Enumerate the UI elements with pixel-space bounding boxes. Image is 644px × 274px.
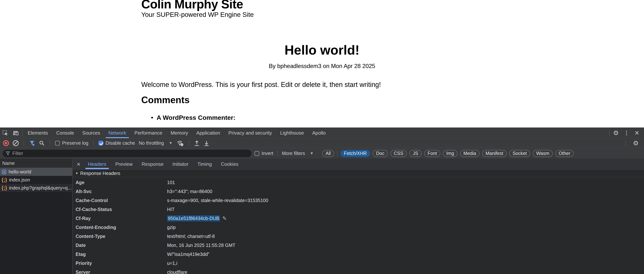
request-row-index-json[interactable]: {;} index.json: [0, 176, 72, 184]
chip-media[interactable]: Media: [460, 150, 480, 157]
chevron-down-icon: ▼: [310, 151, 314, 156]
divider: [22, 130, 22, 136]
request-name: index.json: [9, 177, 30, 183]
header-value: Mon, 16 Jun 2025 11:55:28 GMT: [167, 243, 235, 248]
request-type-chips: All Fetch/XHR Doc CSS JS Font Img Media …: [322, 150, 574, 157]
header-row: Content-Encoding gzip: [72, 223, 644, 232]
record-network-log-button[interactable]: [3, 140, 9, 146]
request-name: index.php?graphql&query=q...: [9, 185, 72, 191]
invert-filter-control[interactable]: Invert: [254, 151, 273, 156]
post-body: Welcome to WordPress. This is your first…: [141, 81, 381, 89]
chip-font[interactable]: Font: [424, 150, 440, 157]
detail-tab-preview[interactable]: Preview: [111, 159, 137, 170]
preserve-log-control[interactable]: Preserve log: [55, 140, 88, 146]
throttling-dropdown[interactable]: No throttling ▼: [139, 140, 172, 146]
comments-heading: Comments: [141, 95, 190, 105]
filter-input-container[interactable]: [2, 150, 252, 157]
chip-doc[interactable]: Doc: [373, 150, 388, 157]
chip-fetch-xhr[interactable]: Fetch/XHR: [340, 150, 370, 157]
detail-tab-initiator[interactable]: Initiator: [168, 159, 193, 170]
detail-tab-headers[interactable]: Headers: [84, 159, 111, 170]
header-key: Priority: [72, 261, 167, 266]
invert-label: Invert: [262, 151, 273, 156]
disable-cache-control[interactable]: Disable cache: [98, 140, 135, 146]
header-value: h3=":443"; ma=86400: [167, 189, 212, 194]
header-row: Content-Type text/html; charset=utf-8: [72, 232, 644, 241]
chip-socket[interactable]: Socket: [509, 150, 530, 157]
disclosure-triangle-icon: ▼: [75, 172, 78, 175]
header-value: W/"isa1mq419e3dd": [167, 252, 209, 257]
devtools-panel: Elements Console Sources Network Perform…: [0, 127, 644, 274]
chip-all[interactable]: All: [322, 150, 334, 157]
json-icon: {;}: [2, 185, 7, 191]
chip-css[interactable]: CSS: [390, 150, 407, 157]
header-key: Content-Encoding: [72, 225, 167, 230]
tab-privacy-security[interactable]: Privacy and security: [224, 128, 276, 138]
invert-checkbox[interactable]: [254, 151, 259, 156]
header-key: Age: [72, 180, 167, 185]
filter-input[interactable]: [12, 150, 248, 156]
chip-img[interactable]: Img: [443, 150, 458, 157]
tab-lighthouse[interactable]: Lighthouse: [276, 128, 308, 138]
json-icon: {;}: [2, 177, 7, 183]
detail-tab-response[interactable]: Response: [137, 159, 168, 170]
webpage-viewport: Colin Murphy Site Your SUPER-powered WP …: [0, 0, 644, 127]
divider: [50, 140, 50, 146]
request-row-index-php-graphql[interactable]: {;} index.php?graphql&query=q...: [0, 184, 72, 192]
import-har-button[interactable]: [194, 140, 200, 146]
response-headers-section-toggle[interactable]: ▼ Response Headers: [72, 170, 644, 177]
tab-console[interactable]: Console: [52, 128, 78, 138]
tab-application[interactable]: Application: [192, 128, 224, 138]
post-title: Hello world!: [141, 43, 503, 57]
detail-tab-cookies[interactable]: Cookies: [216, 159, 243, 170]
header-value: HIT: [167, 207, 174, 212]
chevron-down-icon: ▼: [169, 141, 172, 145]
detail-tab-timing[interactable]: Timing: [193, 159, 216, 170]
chip-other[interactable]: Other: [555, 150, 574, 157]
more-filters-dropdown[interactable]: More filters ▼: [282, 151, 314, 156]
request-row-hello-world[interactable]: hello-world: [0, 168, 72, 176]
divider: [24, 140, 24, 146]
export-har-button[interactable]: [204, 140, 210, 146]
close-devtools-button[interactable]: ×: [632, 128, 642, 138]
throttling-value: No throttling: [139, 140, 164, 146]
network-conditions-button[interactable]: [176, 140, 184, 147]
header-row: Cache-Control s-maxage=900, stale-while-…: [72, 196, 644, 205]
detail-tabbar: × Headers Preview Response Initiator Tim…: [72, 159, 644, 170]
chip-js[interactable]: JS: [410, 150, 422, 157]
clear-network-log-button[interactable]: [13, 140, 19, 146]
device-toolbar-button[interactable]: [10, 128, 21, 138]
tab-sources[interactable]: Sources: [78, 128, 104, 138]
tab-apollo[interactable]: Apollo: [308, 128, 330, 138]
name-column-header[interactable]: Name: [0, 159, 72, 168]
section-title: Response Headers: [80, 171, 120, 176]
network-settings-button[interactable]: ⚙: [630, 139, 641, 147]
preserve-log-checkbox[interactable]: [55, 141, 60, 146]
header-value-selected[interactable]: 950a1e51f86434cb-DUB: [167, 215, 220, 222]
edit-pencil-icon[interactable]: ✎: [222, 215, 226, 222]
divider: [93, 140, 94, 146]
settings-button[interactable]: ⚙: [611, 128, 621, 138]
site-title: Colin Murphy Site: [141, 0, 243, 11]
search-button[interactable]: [39, 140, 45, 146]
tab-memory[interactable]: Memory: [166, 128, 192, 138]
comment-author: A WordPress Commenter:: [156, 114, 235, 121]
header-value: text/html; charset=utf-8: [167, 234, 215, 239]
chip-manifest[interactable]: Manifest: [482, 150, 506, 157]
disable-cache-checkbox[interactable]: [98, 141, 103, 146]
funnel-icon: [6, 151, 10, 156]
tab-elements[interactable]: Elements: [24, 128, 52, 138]
header-key: Cf-Ray: [72, 216, 167, 221]
header-key: Cf-Cache-Status: [72, 207, 167, 212]
header-key: Date: [72, 243, 167, 248]
close-detail-button[interactable]: ×: [74, 159, 84, 170]
inspect-element-button[interactable]: [0, 128, 10, 138]
header-value: u=1,i: [167, 261, 177, 266]
post-byline: By bpheadlessdem3 on Mon Apr 28 2025: [141, 63, 503, 69]
more-options-button[interactable]: [621, 128, 632, 138]
chip-wasm[interactable]: Wasm: [533, 150, 553, 157]
site-tagline: Your SUPER-powered WP Engine Site: [141, 11, 254, 18]
filter-toggle-button[interactable]: [29, 140, 35, 146]
tab-performance[interactable]: Performance: [130, 128, 166, 138]
tab-network[interactable]: Network: [104, 128, 130, 138]
